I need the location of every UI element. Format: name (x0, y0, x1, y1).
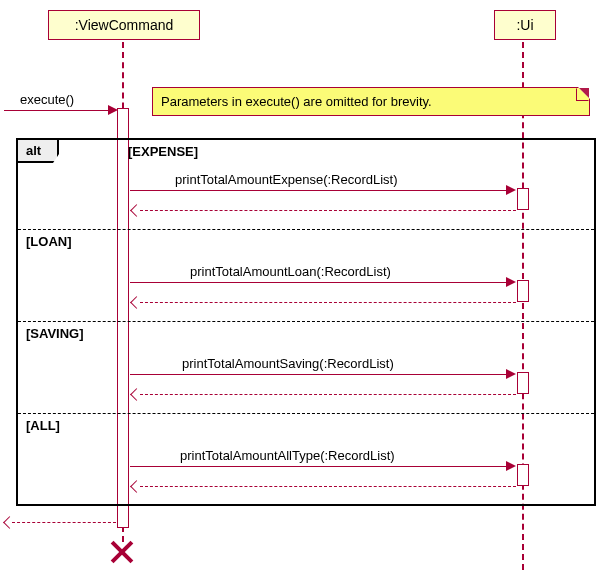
participant-ui-label: :Ui (516, 17, 533, 33)
msg-loan-arrow (506, 277, 516, 287)
return-all-line (140, 486, 516, 487)
guard-all: [ALL] (26, 418, 60, 433)
participant-viewcommand: :ViewCommand (48, 10, 200, 40)
alt-label: alt (26, 143, 41, 158)
return-saving-line (140, 394, 516, 395)
alt-divider-3 (18, 413, 594, 414)
return-loan-line (140, 302, 516, 303)
msg-loan-label: printTotalAmountLoan(:RecordList) (190, 264, 391, 279)
activation-ui-2 (517, 280, 529, 302)
msg-expense-line (130, 190, 508, 191)
note-box: Parameters in execute() are omitted for … (152, 87, 590, 116)
activation-ui-4 (517, 464, 529, 486)
alt-divider-2 (18, 321, 594, 322)
msg-saving-line (130, 374, 508, 375)
activation-ui-1 (517, 188, 529, 210)
msg-all-line (130, 466, 508, 467)
alt-divider-1 (18, 229, 594, 230)
note-text: Parameters in execute() are omitted for … (161, 94, 432, 109)
return-caller-line (12, 522, 116, 523)
alt-tab: alt (18, 140, 59, 163)
msg-expense-label: printTotalAmountExpense(:RecordList) (175, 172, 398, 187)
guard-loan: [LOAN] (26, 234, 72, 249)
msg-expense-arrow (506, 185, 516, 195)
activation-ui-3 (517, 372, 529, 394)
guard-saving: [SAVING] (26, 326, 84, 341)
guard-expense: [EXPENSE] (128, 144, 198, 159)
return-caller-arrow (3, 516, 16, 529)
participant-viewcommand-label: :ViewCommand (75, 17, 174, 33)
msg-saving-arrow (506, 369, 516, 379)
msg-loan-line (130, 282, 508, 283)
msg-all-label: printTotalAmountAllType(:RecordList) (180, 448, 395, 463)
msg-all-arrow (506, 461, 516, 471)
destroy-icon (110, 540, 134, 564)
return-expense-line (140, 210, 516, 211)
msg-saving-label: printTotalAmountSaving(:RecordList) (182, 356, 394, 371)
participant-ui: :Ui (494, 10, 556, 40)
execute-label: execute() (20, 92, 74, 107)
execute-line (4, 110, 110, 111)
